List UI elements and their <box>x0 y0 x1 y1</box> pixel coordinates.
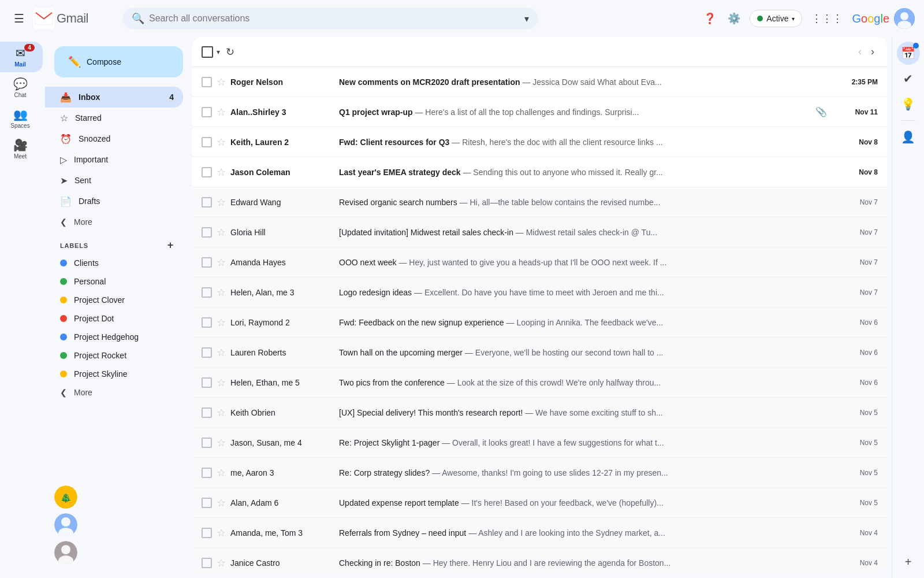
email-row[interactable]: ☆ Alan..Shirley 3 Q1 project wrap-up — H… <box>192 97 887 127</box>
next-page-button[interactable]: › <box>867 42 878 61</box>
refresh-button[interactable]: ↻ <box>222 42 238 62</box>
email-star-icon[interactable]: ☆ <box>217 466 226 479</box>
label-project-rocket[interactable]: Project Rocket <box>45 346 183 365</box>
calendar-panel-button[interactable]: 📅 <box>897 42 920 65</box>
email-row[interactable]: ☆ Janice Castro Checking in re: Boston —… <box>192 548 887 573</box>
help-button[interactable]: ❓ <box>699 8 721 29</box>
email-checkbox[interactable] <box>202 468 212 478</box>
email-star-icon[interactable]: ☆ <box>217 527 226 539</box>
search-input[interactable] <box>149 13 520 24</box>
email-checkbox[interactable] <box>202 107 212 117</box>
email-checkbox[interactable] <box>202 438 212 448</box>
user-avatar[interactable] <box>894 8 915 29</box>
email-row[interactable]: ☆ Helen, Alan, me 3 Logo redesign ideas … <box>192 277 887 307</box>
email-row[interactable]: ☆ Lauren Roberts Town hall on the upcomi… <box>192 338 887 368</box>
label-project-hedgehog[interactable]: Project Hedgehog <box>45 328 183 346</box>
email-sender: Jason Coleman <box>230 168 334 177</box>
email-star-icon[interactable]: ☆ <box>217 346 226 359</box>
email-row[interactable]: ☆ Keith Obrien [UX] Special delivery! Th… <box>192 398 887 428</box>
nav-item-important[interactable]: ▷ Important <box>45 149 183 170</box>
nav-item-inbox[interactable]: 📥 Inbox 4 <box>45 87 183 108</box>
email-star-icon[interactable]: ☆ <box>217 436 226 449</box>
project-clover-dot <box>60 297 67 303</box>
rail-item-spaces[interactable]: 👥 Spaces <box>0 103 43 134</box>
email-checkbox[interactable] <box>202 197 212 208</box>
email-checkbox[interactable] <box>202 558 212 568</box>
email-star-icon[interactable]: ☆ <box>217 497 226 509</box>
select-all-checkbox[interactable] <box>202 46 213 58</box>
email-checkbox[interactable] <box>202 377 212 388</box>
email-row[interactable]: ☆ Roger Nelson New comments on MCR2020 d… <box>192 67 887 97</box>
email-row[interactable]: ☆ Amanda, me, Tom 3 Referrals from Sydne… <box>192 518 887 548</box>
email-star-icon[interactable]: ☆ <box>217 226 226 239</box>
email-row[interactable]: ☆ Lori, Raymond 2 Fwd: Feedback on the n… <box>192 307 887 338</box>
settings-button[interactable]: ⚙️ <box>723 8 745 29</box>
email-checkbox[interactable] <box>202 77 212 87</box>
label-project-dot[interactable]: Project Dot <box>45 309 183 328</box>
email-checkbox[interactable] <box>202 257 212 268</box>
add-panel-button[interactable]: + <box>897 550 920 573</box>
email-checkbox[interactable] <box>202 137 212 147</box>
checkbox-dropdown[interactable]: ▾ <box>217 48 220 56</box>
label-project-skyline[interactable]: Project Skyline <box>45 365 183 383</box>
nav-item-starred[interactable]: ☆ Starred <box>45 108 183 128</box>
nav-item-drafts[interactable]: 📄 Drafts <box>45 191 183 212</box>
tasks-panel-button[interactable]: ✔ <box>897 67 920 90</box>
email-star-icon[interactable]: ☆ <box>217 557 226 569</box>
add-label-button[interactable]: + <box>167 239 174 251</box>
nav-more[interactable]: ❮ More <box>45 212 183 232</box>
labels-more-label: More <box>74 388 92 397</box>
email-star-icon[interactable]: ☆ <box>217 76 226 88</box>
keep-panel-button[interactable]: 💡 <box>897 92 920 116</box>
email-star-icon[interactable]: ☆ <box>217 106 226 118</box>
email-checkbox[interactable] <box>202 407 212 418</box>
compose-button[interactable]: ✏️ Compose <box>54 46 183 77</box>
apps-button[interactable]: ⋮⋮⋮ <box>807 8 847 29</box>
hamburger-menu[interactable]: ☰ <box>9 7 29 30</box>
email-row[interactable]: ☆ Helen, Ethan, me 5 Two pics from the c… <box>192 368 887 398</box>
email-row[interactable]: ☆ me, Aaron 3 Re: Corp strategy slides? … <box>192 458 887 488</box>
email-checkbox[interactable] <box>202 498 212 508</box>
email-checkbox[interactable] <box>202 347 212 358</box>
search-filter-icon[interactable]: ▾ <box>524 13 529 24</box>
email-star-icon[interactable]: ☆ <box>217 196 226 209</box>
email-star-icon[interactable]: ☆ <box>217 316 226 329</box>
email-star-icon[interactable]: ☆ <box>217 406 226 419</box>
email-star-icon[interactable]: ☆ <box>217 286 226 299</box>
email-checkbox[interactable] <box>202 167 212 177</box>
email-sender: Helen, Ethan, me 5 <box>230 378 334 387</box>
email-row[interactable]: ☆ Edward Wang Revised organic search num… <box>192 187 887 217</box>
nav-item-sent[interactable]: ➤ Sent <box>45 170 183 191</box>
prev-page-button[interactable]: ‹ <box>855 42 865 61</box>
account-switcher-2[interactable] <box>54 513 77 536</box>
email-star-icon[interactable]: ☆ <box>217 136 226 149</box>
email-star-icon[interactable]: ☆ <box>217 166 226 179</box>
email-row[interactable]: ☆ Gloria Hill [Updated invitation] Midwe… <box>192 217 887 247</box>
email-row[interactable]: ☆ Amanda Hayes OOO next week — Hey, just… <box>192 247 887 277</box>
contacts-panel-button[interactable]: 👤 <box>897 125 920 149</box>
account-switcher-3[interactable] <box>54 541 77 564</box>
nav-item-snoozed[interactable]: ⏰ Snoozed <box>45 128 183 149</box>
email-row[interactable]: ☆ Alan, Adam 6 Updated expense report te… <box>192 488 887 518</box>
sent-icon: ➤ <box>60 175 68 186</box>
rail-item-chat[interactable]: 💬 Chat <box>0 72 43 103</box>
email-star-icon[interactable]: ☆ <box>217 376 226 389</box>
label-clients[interactable]: Clients <box>45 254 183 272</box>
email-row[interactable]: ☆ Keith, Lauren 2 Fwd: Client resources … <box>192 127 887 157</box>
email-subject-preview: Fwd: Feedback on the new signup experien… <box>339 318 827 327</box>
label-personal[interactable]: Personal <box>45 272 183 291</box>
rail-item-mail[interactable]: 4 ✉ Mail <box>0 42 43 72</box>
email-row[interactable]: ☆ Jason Coleman Last year's EMEA strateg… <box>192 157 887 187</box>
email-checkbox[interactable] <box>202 317 212 328</box>
project-rocket-dot <box>60 352 67 359</box>
email-checkbox[interactable] <box>202 227 212 238</box>
email-row[interactable]: ☆ Jason, Susan, me 4 Re: Project Skyligh… <box>192 428 887 458</box>
email-checkbox[interactable] <box>202 528 212 538</box>
label-project-clover[interactable]: Project Clover <box>45 291 183 309</box>
labels-more[interactable]: ❮ More <box>45 383 183 402</box>
email-checkbox[interactable] <box>202 287 212 298</box>
active-status-indicator[interactable]: Active ▾ <box>750 10 802 27</box>
account-switcher-1[interactable]: 🎄 <box>54 486 77 509</box>
rail-item-meet[interactable]: 🎥 Meet <box>0 134 43 164</box>
email-star-icon[interactable]: ☆ <box>217 256 226 269</box>
